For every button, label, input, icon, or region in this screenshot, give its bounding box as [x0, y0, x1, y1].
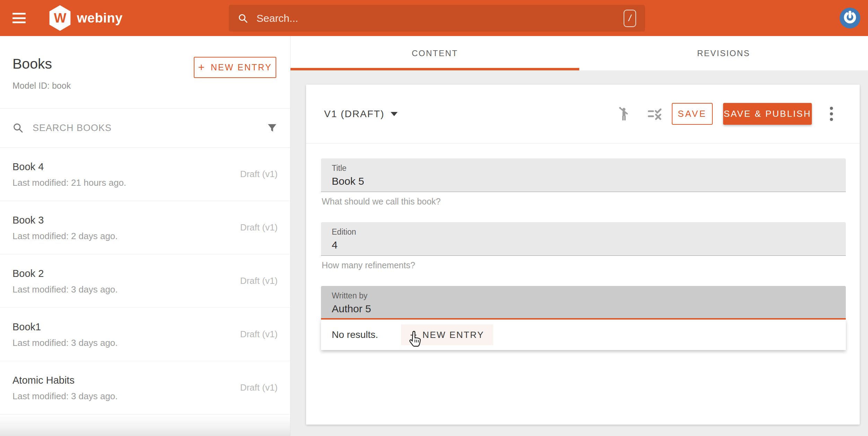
checklist-icon [648, 108, 662, 120]
status-badge: Draft (v1) [240, 329, 278, 340]
entry-title: Book 3 [12, 215, 118, 226]
plus-icon: + [198, 61, 205, 74]
global-search-input[interactable] [257, 12, 624, 24]
tab-content[interactable]: CONTENT [290, 36, 579, 70]
list-item[interactable]: Book 3 Last modified: 2 days ago. Draft … [0, 201, 290, 254]
logo-letter: W [54, 11, 66, 26]
keyboard-shortcut-badge: / [624, 10, 636, 27]
field-label: Edition [332, 227, 846, 237]
editor-content-area: V1 (DRAFT) [290, 70, 868, 436]
entry-modified: Last modified: 3 days ago. [12, 391, 118, 402]
field-label: Written by [332, 291, 846, 300]
entries-search-input[interactable] [33, 123, 267, 133]
webiny-logo[interactable]: W webiny [49, 5, 123, 31]
request-review-button[interactable] [617, 106, 631, 122]
webiny-hexagon-icon: W [49, 5, 71, 31]
chevron-down-icon [391, 112, 398, 116]
title-field[interactable]: Title Book 5 [321, 158, 846, 192]
webiny-cms-app: W webiny / Books Model ID: [0, 0, 868, 436]
validation-list-button[interactable] [648, 108, 662, 120]
sidebar-header: Books Model ID: book + NEW ENTRY [0, 36, 290, 108]
hamburger-menu-icon[interactable] [12, 13, 26, 23]
search-icon [238, 13, 248, 24]
entry-title: Book1 [12, 321, 118, 333]
status-badge: Draft (v1) [240, 169, 278, 180]
field-label: Title [332, 164, 846, 173]
new-entry-button[interactable]: + NEW ENTRY [194, 57, 276, 78]
plus-icon: + [410, 328, 417, 342]
no-results-text: No results. [332, 329, 378, 340]
entry-form: Title Book 5 What should we call this bo… [306, 143, 860, 350]
list-item[interactable]: Book 4 Last modified: 21 hours ago. Draf… [0, 148, 290, 201]
field-value: Book 5 [332, 175, 846, 187]
entries-list: Book 4 Last modified: 21 hours ago. Draf… [0, 148, 290, 415]
status-badge: Draft (v1) [240, 222, 278, 233]
dropdown-new-entry-button[interactable]: + NEW ENTRY [401, 324, 493, 345]
entries-search-row [0, 108, 290, 148]
status-badge: Draft (v1) [240, 382, 278, 393]
user-avatar[interactable] [840, 8, 860, 28]
list-item[interactable]: Book 2 Last modified: 3 days ago. Draft … [0, 254, 290, 308]
field-value: 4 [332, 239, 846, 251]
list-scroll-fade [0, 415, 290, 436]
search-icon [12, 122, 24, 133]
logo-wordmark: webiny [77, 11, 123, 26]
status-badge: Draft (v1) [240, 276, 278, 286]
list-item[interactable]: Atomic Habits Last modified: 3 days ago.… [0, 361, 290, 415]
entry-modified: Last modified: 3 days ago. [12, 338, 118, 348]
version-label: V1 (DRAFT) [324, 108, 384, 120]
field-value: Author 5 [332, 303, 846, 315]
entry-title: Atomic Habits [12, 375, 118, 386]
reference-dropdown-panel: No results. + NEW ENTRY [321, 320, 846, 350]
tab-revisions[interactable]: REVISIONS [579, 36, 868, 70]
entry-toolbar: V1 (DRAFT) [306, 85, 860, 143]
save-and-publish-button[interactable]: SAVE & PUBLISH [723, 103, 812, 125]
page-title: Books [12, 56, 71, 72]
filter-icon[interactable] [267, 122, 278, 133]
top-app-bar: W webiny / [0, 0, 868, 36]
save-button[interactable]: SAVE [672, 103, 713, 125]
entry-editor-panel: CONTENT REVISIONS V1 (DRAFT) [290, 36, 868, 436]
list-item[interactable]: Book1 Last modified: 3 days ago. Draft (… [0, 308, 290, 361]
more-options-button[interactable] [827, 104, 835, 124]
global-search-bar[interactable]: / [229, 5, 645, 32]
person-waving-icon [617, 106, 631, 122]
entry-title: Book 4 [12, 161, 126, 173]
entry-form-card: V1 (DRAFT) [306, 85, 860, 425]
version-dropdown[interactable]: V1 (DRAFT) [324, 108, 398, 120]
entry-title: Book 2 [12, 268, 118, 279]
entries-sidebar: Books Model ID: book + NEW ENTRY [0, 36, 290, 436]
editor-tabs: CONTENT REVISIONS [290, 36, 868, 70]
entry-modified: Last modified: 21 hours ago. [12, 177, 126, 188]
field-helper-text: How many refinements? [322, 260, 846, 270]
written-by-field[interactable]: Written by Author 5 [321, 286, 846, 320]
model-id-label: Model ID: book [12, 81, 71, 91]
entry-modified: Last modified: 3 days ago. [12, 284, 118, 295]
edition-field[interactable]: Edition 4 [321, 222, 846, 256]
field-helper-text: What should we call this book? [322, 197, 846, 207]
entry-modified: Last modified: 2 days ago. [12, 231, 118, 242]
